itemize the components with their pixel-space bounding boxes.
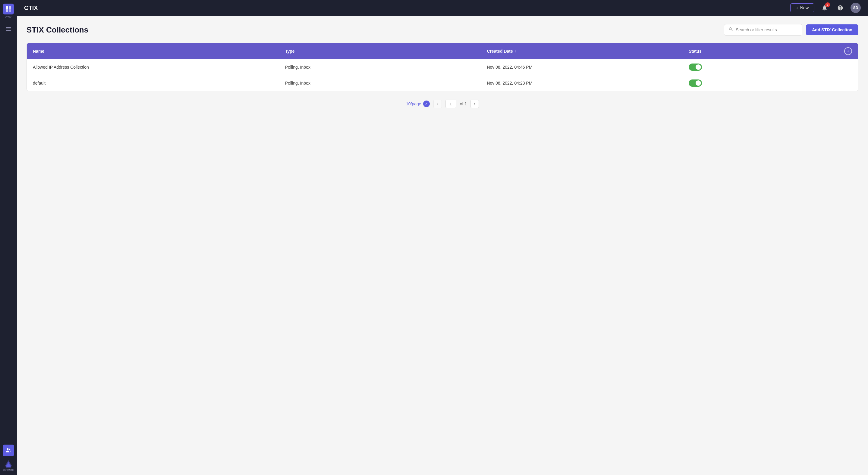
- help-button[interactable]: [835, 2, 846, 13]
- sidebar-users-button[interactable]: [3, 445, 14, 456]
- cell-status-1: [689, 64, 840, 71]
- plus-icon: +: [796, 5, 798, 10]
- table-row: default Polling, Inbox Nov 08, 2022, 04:…: [27, 75, 858, 91]
- col-header-name: Name: [33, 49, 285, 54]
- page-title: STIX Collections: [27, 25, 88, 35]
- cell-name-1: Allowed IP Address Collection: [33, 65, 285, 70]
- main-content: CTIX + New 1 SD STIX Collections: [17, 0, 868, 475]
- svg-rect-3: [9, 9, 11, 12]
- sidebar-app-label: CTIX: [5, 15, 12, 19]
- notification-badge: 1: [825, 2, 830, 7]
- svg-rect-2: [6, 9, 8, 12]
- search-input[interactable]: [736, 27, 798, 32]
- search-box[interactable]: [724, 24, 802, 36]
- status-toggle-2[interactable]: [689, 79, 702, 87]
- per-page-label: 10/page: [406, 101, 421, 106]
- col-header-type: Type: [285, 49, 487, 54]
- add-column-button[interactable]: +: [844, 47, 852, 55]
- new-button[interactable]: + New: [790, 3, 814, 12]
- sidebar: CTIX CYWARE: [0, 0, 17, 475]
- cyware-logo: CYWARE: [3, 460, 14, 471]
- content-area: STIX Collections Add STIX Collection: [17, 15, 868, 475]
- navbar: CTIX + New 1 SD: [17, 0, 868, 15]
- pagination: 10/page ✓ ‹ of 1 ›: [27, 100, 858, 108]
- col-header-status: Status: [689, 49, 840, 54]
- add-stix-collection-button[interactable]: Add STIX Collection: [806, 24, 858, 35]
- app-logo[interactable]: [3, 4, 14, 14]
- page-number-input[interactable]: [445, 100, 456, 108]
- per-page-selector[interactable]: 10/page ✓: [406, 101, 430, 107]
- search-icon: [728, 27, 733, 33]
- svg-rect-4: [6, 27, 11, 28]
- svg-point-7: [7, 448, 9, 450]
- cell-name-2: default: [33, 81, 285, 86]
- col-header-created-date[interactable]: Created Date ↓: [487, 49, 689, 54]
- sort-arrow-icon: ↓: [515, 49, 517, 53]
- avatar-button[interactable]: SD: [850, 3, 861, 13]
- next-page-button[interactable]: ›: [470, 100, 479, 108]
- page-header: STIX Collections Add STIX Collection: [27, 24, 858, 36]
- status-toggle-1[interactable]: [689, 64, 702, 71]
- sidebar-bottom: CYWARE: [3, 445, 14, 471]
- svg-rect-0: [6, 6, 8, 9]
- sidebar-menu-icon[interactable]: [3, 24, 14, 36]
- svg-rect-1: [9, 6, 11, 9]
- page-of-total: of 1: [460, 101, 467, 106]
- cell-status-2: [689, 79, 840, 87]
- cyware-label: CYWARE: [3, 469, 14, 471]
- header-actions: Add STIX Collection: [724, 24, 858, 36]
- table-row: Allowed IP Address Collection Polling, I…: [27, 59, 858, 75]
- cell-created-date-2: Nov 08, 2022, 04:23 PM: [487, 81, 689, 86]
- notifications-button[interactable]: 1: [819, 2, 830, 13]
- new-button-label: New: [800, 5, 809, 10]
- prev-page-button[interactable]: ‹: [433, 100, 442, 108]
- per-page-checkmark: ✓: [423, 101, 430, 107]
- cell-created-date-1: Nov 08, 2022, 04:46 PM: [487, 65, 689, 70]
- navbar-title: CTIX: [24, 4, 785, 11]
- svg-rect-6: [6, 30, 11, 31]
- cell-type-2: Polling, Inbox: [285, 81, 487, 86]
- stix-collections-table: Name Type Created Date ↓ Status + Allowe…: [27, 43, 858, 91]
- svg-rect-5: [6, 29, 11, 29]
- cell-type-1: Polling, Inbox: [285, 65, 487, 70]
- table-header: Name Type Created Date ↓ Status +: [27, 43, 858, 59]
- svg-point-8: [9, 449, 10, 450]
